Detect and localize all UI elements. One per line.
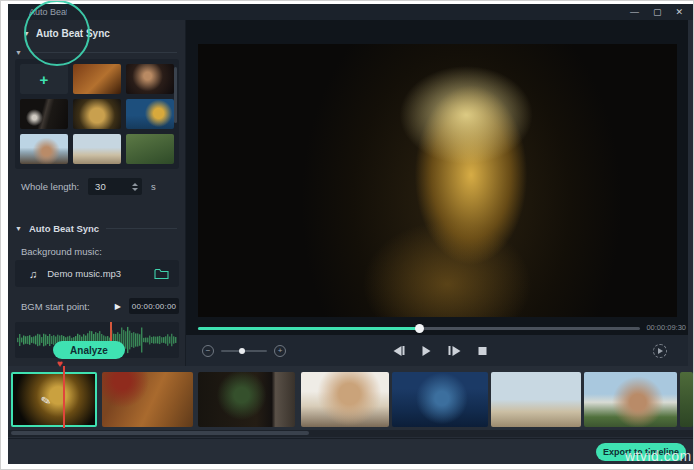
- render-play-icon: [658, 348, 663, 354]
- media-clip-grid: +: [15, 59, 179, 169]
- bottom-bar: Export to timeline: [8, 438, 693, 464]
- timeline-scrollbar-handle[interactable]: [11, 431, 309, 435]
- window-title: Auto Beat Sync: [29, 7, 67, 18]
- music-note-icon: ♫: [29, 268, 37, 280]
- prev-frame-bar-icon: [403, 346, 405, 355]
- add-media-button[interactable]: +: [20, 64, 68, 94]
- music-file-name: Demo music.mp3: [47, 268, 144, 279]
- whole-length-stepper[interactable]: 30: [88, 178, 142, 195]
- edit-pencil-icon[interactable]: ✎: [40, 393, 52, 409]
- divider: [30, 52, 177, 53]
- window-edge: [688, 20, 693, 366]
- playhead-marker-icon[interactable]: ♥: [57, 358, 63, 369]
- timeline-clip[interactable]: [301, 372, 389, 427]
- media-thumbnail[interactable]: [126, 99, 174, 129]
- timeline-scrollbar[interactable]: [8, 430, 693, 437]
- playback-controls-bar: − +: [186, 335, 693, 366]
- playback-time: 00:00:09:30: [646, 323, 686, 332]
- play-icon: [423, 346, 431, 356]
- play-button[interactable]: [423, 346, 431, 356]
- prev-frame-icon: [393, 346, 401, 356]
- timeline-clip[interactable]: [198, 372, 295, 427]
- whole-length-value[interactable]: 30: [95, 181, 106, 192]
- timeline-clip-selected[interactable]: ✎: [11, 372, 97, 427]
- whole-length-unit: s: [151, 181, 156, 192]
- zoom-in-button[interactable]: +: [274, 345, 286, 357]
- whole-length-label: Whole length:: [21, 181, 79, 192]
- media-thumbnail[interactable]: [126, 64, 174, 94]
- preview-zoom-slider[interactable]: [221, 350, 267, 352]
- chevron-down-icon: ▼: [15, 225, 22, 232]
- beat-sync-section-header[interactable]: ▼ Auto Beat Sync: [15, 223, 177, 234]
- play-preview-icon[interactable]: ▶: [115, 302, 121, 311]
- panel-header-label: Auto Beat Sync: [36, 28, 110, 39]
- clips-section-header[interactable]: ▼: [15, 49, 177, 56]
- timeline-strip: ✎ ♥: [8, 366, 693, 438]
- screenshot-page: Auto Beat Sync — ▢ ✕ ▼ Auto Beat Sync ▼ …: [0, 0, 694, 470]
- seek-knob[interactable]: [415, 324, 424, 333]
- seek-fill: [198, 327, 419, 330]
- media-thumbnail[interactable]: [20, 134, 68, 164]
- title-bar: Auto Beat Sync — ▢ ✕: [8, 4, 693, 20]
- timeline-clip[interactable]: [102, 372, 193, 427]
- seek-bar[interactable]: [198, 327, 640, 330]
- previous-frame-button[interactable]: [393, 346, 405, 356]
- panel-header-dropdown[interactable]: ▼ Auto Beat Sync: [23, 28, 110, 39]
- next-frame-button[interactable]: [449, 346, 461, 356]
- music-file-row[interactable]: ♫ Demo music.mp3: [15, 260, 179, 287]
- timeline-clip[interactable]: [491, 372, 581, 427]
- stop-icon: [478, 347, 486, 355]
- media-thumbnail[interactable]: [73, 64, 121, 94]
- media-thumbnail[interactable]: [73, 99, 121, 129]
- chevron-down-icon: ▼: [23, 30, 30, 37]
- minimize-button[interactable]: —: [630, 4, 639, 20]
- maximize-button[interactable]: ▢: [653, 4, 662, 20]
- timeline-clip[interactable]: [584, 372, 677, 427]
- chevron-down-icon: ▼: [15, 49, 22, 56]
- timeline-clip[interactable]: [680, 372, 693, 427]
- auto-beat-sync-panel: ▼ Auto Beat Sync ▼ +: [8, 20, 186, 366]
- preview-area: 00:00:09:30 − +: [186, 20, 693, 366]
- media-thumbnail[interactable]: [20, 99, 68, 129]
- close-button[interactable]: ✕: [675, 4, 683, 20]
- timeline-clip[interactable]: [392, 372, 488, 427]
- bgm-start-time-field[interactable]: 00:00:00:00: [129, 298, 179, 314]
- spin-down-icon[interactable]: [132, 188, 138, 191]
- zoom-slider-knob[interactable]: [239, 348, 245, 354]
- watermark-text: wtvid.com: [625, 448, 692, 464]
- media-thumbnail[interactable]: [126, 134, 174, 164]
- background-music-label: Background music:: [21, 246, 102, 257]
- folder-browse-icon[interactable]: [154, 268, 169, 280]
- stop-button[interactable]: [478, 347, 486, 355]
- timeline-playhead[interactable]: [63, 366, 65, 428]
- next-frame-bar-icon: [449, 346, 451, 355]
- bgm-start-label: BGM start point:: [21, 301, 115, 312]
- analyze-button[interactable]: Analyze: [53, 341, 125, 359]
- spin-up-icon[interactable]: [132, 183, 138, 186]
- grid-scrollbar[interactable]: [174, 67, 177, 123]
- beat-sync-section-label: Auto Beat Sync: [29, 223, 99, 234]
- next-frame-icon: [452, 346, 460, 356]
- app-window: Auto Beat Sync — ▢ ✕ ▼ Auto Beat Sync ▼ …: [8, 4, 693, 464]
- zoom-out-button[interactable]: −: [202, 345, 214, 357]
- render-preview-button[interactable]: [653, 344, 667, 358]
- media-thumbnail[interactable]: [73, 134, 121, 164]
- divider: [106, 228, 177, 229]
- video-preview[interactable]: [198, 44, 677, 317]
